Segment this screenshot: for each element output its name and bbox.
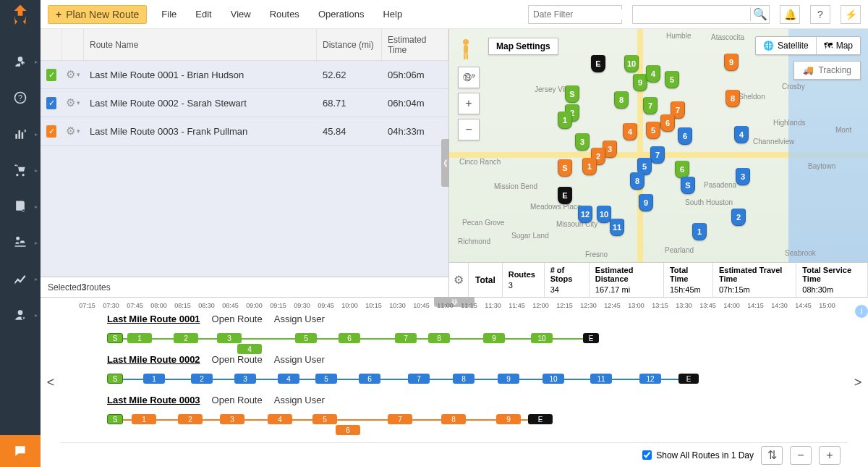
timeline-stop[interactable]: 3 [220, 414, 244, 424]
map-settings-button[interactable]: Map Settings [488, 38, 558, 55]
row-gear-icon[interactable]: ⚙▾ [62, 68, 84, 81]
row-gear-icon[interactable]: ⚙▾ [62, 96, 84, 109]
assign-user-link[interactable]: Assign User [274, 354, 325, 365]
timeline-stop[interactable]: 4 [237, 344, 262, 354]
open-route-link[interactable]: Open Route [212, 354, 263, 365]
show-all-routes-checkbox[interactable]: Show All Routes in 1 Day [642, 450, 754, 460]
totals-gear-icon[interactable]: ⚙ [449, 263, 469, 297]
assign-user-link[interactable]: Assign User [274, 314, 325, 324]
bolt-icon[interactable]: ⚡ [841, 5, 861, 24]
timeline-stop[interactable]: 6 [339, 333, 360, 343]
map[interactable]: ⑲⁹ + − Map Settings 🌐Satellite 🗺Map 🚚Tra… [449, 29, 868, 262]
timeline-stop[interactable]: E [583, 333, 599, 343]
timeline-stop[interactable]: 8 [453, 374, 475, 384]
route-checkbox[interactable]: ✓ [46, 97, 56, 109]
nav-user-settings[interactable]: ▸ [0, 297, 41, 333]
timeline-stop[interactable]: 7 [388, 414, 412, 424]
route-checkbox[interactable]: ✓ [46, 69, 56, 81]
timeline-stop[interactable]: 9 [496, 414, 521, 424]
timeline-stop[interactable]: 7 [395, 333, 417, 343]
timeline-stop[interactable]: 4 [268, 414, 292, 424]
timeline-stop[interactable]: 5 [312, 414, 337, 424]
timeline-stop[interactable]: 7 [408, 374, 430, 384]
date-filter-input[interactable] [529, 9, 646, 20]
menu-routes[interactable]: Routes [265, 6, 304, 22]
timeline-stop[interactable]: 6 [359, 374, 380, 384]
timeline-stop[interactable]: 2 [178, 414, 203, 424]
tracking-button[interactable]: 🚚Tracking [793, 61, 861, 80]
search-box[interactable]: 🔍 [632, 5, 770, 24]
nav-chat[interactable] [0, 435, 41, 467]
menu-view[interactable]: View [226, 6, 255, 22]
notifications-icon[interactable]: 🔔 [780, 5, 800, 24]
timeline-next[interactable]: > [851, 375, 865, 390]
timeline-stop[interactable]: 9 [498, 374, 519, 384]
timeline-stop[interactable]: 8 [441, 414, 466, 424]
timeline-stop[interactable]: S [107, 414, 123, 424]
timeline-stop[interactable]: 1 [143, 374, 165, 384]
timeline-stop[interactable]: 2 [191, 374, 213, 384]
menu-help[interactable]: Help [378, 6, 407, 22]
timeline-stop[interactable]: 4 [278, 374, 299, 384]
timeline-stop[interactable]: 6 [336, 425, 360, 435]
timeline-stop[interactable]: 2 [174, 333, 198, 343]
timeline-route-title[interactable]: Last Mile Route 0001 [107, 314, 200, 324]
col-time[interactable]: Estimated Time [382, 29, 448, 60]
row-gear-icon[interactable]: ⚙▾ [62, 125, 84, 138]
timeline-stop[interactable]: 11 [590, 374, 612, 384]
nav-fleet[interactable]: ▸ [0, 224, 41, 261]
timeline-stop[interactable]: 3 [217, 333, 242, 343]
timeline-stop[interactable]: 5 [315, 374, 337, 384]
map-type-satellite[interactable]: 🌐Satellite [756, 37, 816, 54]
open-route-link[interactable]: Open Route [212, 314, 263, 324]
menu-edit[interactable]: Edit [191, 6, 216, 22]
date-filter[interactable]: ▦ [528, 5, 622, 24]
nav-cart[interactable]: ▸ [0, 152, 41, 188]
plan-new-route-button[interactable]: +Plan New Route [48, 5, 147, 24]
pegman-icon[interactable] [458, 36, 474, 62]
timeline-stop[interactable]: E [678, 374, 699, 384]
timeline-expand-vert[interactable]: ⇅ [761, 446, 783, 465]
menu-file[interactable]: File [157, 6, 181, 22]
table-row[interactable]: ✓⚙▾Last Mile Route 0003 - Frank Pullman4… [41, 117, 448, 146]
search-icon[interactable]: 🔍 [750, 7, 769, 21]
timeline-stop[interactable]: 12 [639, 374, 661, 384]
assign-user-link[interactable]: Assign User [274, 395, 325, 405]
table-row[interactable]: ✓⚙▾Last Mile Route 0002 - Sarah Stewart6… [41, 89, 448, 117]
zoom-out-button[interactable]: − [458, 119, 480, 140]
timeline-stop[interactable]: 10 [542, 374, 564, 384]
map-type-map[interactable]: 🗺Map [816, 37, 860, 54]
nav-help[interactable]: ? [0, 80, 41, 116]
show-all-routes-input[interactable] [642, 450, 652, 460]
timeline-prev[interactable]: < [43, 375, 58, 390]
timeline-stop[interactable]: S [107, 333, 123, 343]
top-help-icon[interactable]: ? [810, 5, 830, 24]
nav-add-user[interactable]: ▸ [0, 43, 41, 80]
timeline-zoom-in[interactable]: + [819, 446, 841, 465]
timeline-stop[interactable]: 1 [132, 414, 156, 424]
timeline-stop[interactable]: 3 [234, 374, 256, 384]
nav-analytics[interactable]: ▸ [0, 261, 41, 297]
timeline-stop[interactable]: 8 [428, 333, 450, 343]
route-checkbox[interactable]: ✓ [46, 125, 56, 138]
col-route-name[interactable]: Route Name [84, 29, 317, 60]
timeline-stop[interactable]: E [528, 414, 553, 424]
timeline-stop[interactable]: S [107, 374, 123, 384]
timeline-route-title[interactable]: Last Mile Route 0002 [107, 354, 200, 365]
timeline-stop[interactable]: 9 [483, 333, 505, 343]
menu-operations[interactable]: Operations [314, 6, 369, 22]
timeline-info-icon[interactable]: i [855, 305, 868, 318]
zoom-in-button[interactable]: + [458, 93, 480, 114]
nav-stats[interactable]: ▸ [0, 116, 41, 152]
timeline-zoom-out[interactable]: − [790, 446, 812, 465]
timeline-stop[interactable]: 5 [295, 333, 317, 343]
open-route-link[interactable]: Open Route [212, 395, 263, 405]
nav-book[interactable]: ▸ [0, 188, 41, 224]
table-row[interactable]: ✓⚙▾Last Mile Route 0001 - Brian Hudson52… [41, 61, 448, 89]
timeline-stop[interactable]: 1 [127, 333, 152, 343]
timeline-stop[interactable]: 10 [531, 333, 553, 343]
col-distance[interactable]: Distance (mi) [317, 29, 382, 60]
search-input[interactable] [633, 9, 750, 20]
map-route-icon[interactable]: ⑲⁹ [458, 67, 480, 88]
timeline-route-title[interactable]: Last Mile Route 0003 [107, 395, 200, 405]
